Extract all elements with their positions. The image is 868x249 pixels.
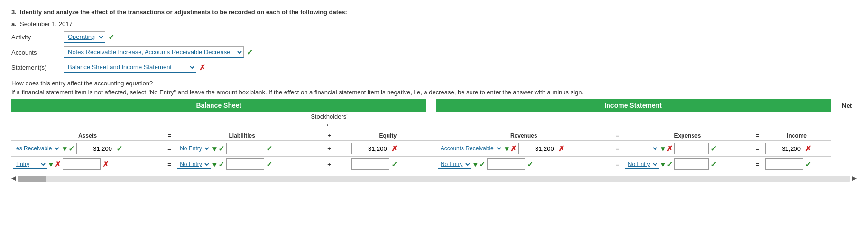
row2-revenue-select[interactable]: No Entry <box>438 160 471 169</box>
instruction-line2: If a financial statement item is not aff… <box>11 89 857 96</box>
assets-subheader: Assets <box>11 131 164 141</box>
row2-expense-dropdown-chevron: ▾ <box>661 160 665 169</box>
statements-select[interactable]: Balance Sheet and Income Statement Balan… <box>64 62 196 73</box>
plus1-subheader: + <box>309 131 350 141</box>
row2-asset-amount-cross: ✗ <box>102 160 109 169</box>
equity-subheader: Equity <box>350 131 426 141</box>
row2-minus: – <box>612 157 623 172</box>
row1-liabilities-cell: No Entry ▾ ✓ ✓ <box>175 141 309 157</box>
row2-expense-select[interactable]: No Entry <box>625 160 659 169</box>
row1-expense-cell: No Entry ▾ ✗ ✓ <box>623 141 752 157</box>
row2-asset-cross: ✗ <box>55 160 61 169</box>
row1-asset-select[interactable]: es Receivable No Entry <box>13 144 61 153</box>
row1-expense-amount[interactable] <box>674 143 709 154</box>
balance-sheet-header: Balance Sheet <box>11 99 426 112</box>
row2-liabilities-check: ✓ <box>218 160 224 169</box>
row1-asset-amount-check: ✓ <box>116 144 122 153</box>
row2-expense-cell: No Entry ▾ ✓ ✓ <box>623 157 752 172</box>
row2-plus1: + <box>309 157 350 172</box>
row1-equals2: = <box>752 141 763 157</box>
row2-net-amount[interactable] <box>765 158 803 170</box>
table-row: es Receivable No Entry ▾ ✓ ✓ = <box>11 141 857 157</box>
row2-liabilities-amount-check: ✓ <box>266 160 272 169</box>
accounts-label: Accounts <box>11 49 64 56</box>
scrollbar-container: ◀ ▶ <box>11 174 857 182</box>
row1-equity-cross: ✗ <box>391 144 397 153</box>
row1-plus1: + <box>309 141 350 157</box>
row2-revenue-cell: No Entry ▾ ✓ ✓ <box>436 157 612 172</box>
activity-check: ✓ <box>108 33 114 42</box>
row1-equals1: = <box>164 141 175 157</box>
table-row: Entry No Entry ▾ ✗ ✗ = No Entry <box>11 157 857 172</box>
statements-row: Statement(s) Balance Sheet and Income St… <box>11 62 857 73</box>
row2-liabilities-select[interactable]: No Entry <box>177 160 211 169</box>
row1-expense-amount-check: ✓ <box>711 144 717 153</box>
row2-expense-amount-check: ✓ <box>711 160 717 169</box>
activity-label: Activity <box>11 34 64 41</box>
row1-asset-amount[interactable] <box>76 143 114 154</box>
part-label: a. <box>11 20 17 28</box>
row1-liabilities-amount-check: ✓ <box>266 144 272 153</box>
statements-dropdown-container: Balance Sheet and Income Statement Balan… <box>64 62 205 73</box>
row1-liabilities-amount[interactable] <box>226 143 264 154</box>
row2-expense-check: ✓ <box>666 160 673 169</box>
net-header: Net <box>831 99 857 112</box>
row2-net-check: ✓ <box>805 160 811 169</box>
expenses-subheader: Expenses <box>623 131 752 141</box>
row2-revenue-dropdown-chevron: ▾ <box>473 160 477 169</box>
row2-expense-amount[interactable] <box>674 158 709 170</box>
activity-select[interactable]: Operating Investing Financing Non-cash <box>64 31 105 43</box>
row1-expense-cross: ✗ <box>666 144 673 153</box>
question-number: 3. Identify and analyze the effect of th… <box>11 9 857 16</box>
revenues-subheader: Revenues <box>436 131 612 141</box>
accounts-row: Accounts Notes Receivable Increase, Acco… <box>11 46 857 58</box>
scroll-right-icon[interactable]: ▶ <box>852 175 857 182</box>
row2-asset-cell: Entry No Entry ▾ ✗ ✗ <box>11 157 164 172</box>
row2-liabilities-amount[interactable] <box>226 158 264 170</box>
row2-revenue-amount-check: ✓ <box>527 160 533 169</box>
row2-equity-amount[interactable] <box>351 158 389 170</box>
scrollbar-track[interactable] <box>18 176 850 182</box>
row1-revenue-amount[interactable] <box>518 143 556 154</box>
row2-liabilities-dropdown-chevron: ▾ <box>212 160 216 169</box>
row2-asset-select[interactable]: Entry No Entry <box>13 160 47 169</box>
row2-asset-dropdown-chevron: ▾ <box>49 160 53 169</box>
row2-net-cell: ✓ <box>763 157 831 172</box>
scroll-left-icon[interactable]: ◀ <box>11 175 16 182</box>
row1-liabilities-check: ✓ <box>218 144 224 153</box>
scrollbar-thumb[interactable] <box>18 176 46 182</box>
row2-equity-check: ✓ <box>391 160 397 169</box>
accounts-select[interactable]: Notes Receivable Increase, Accounts Rece… <box>64 46 244 58</box>
row2-equals1: = <box>164 157 175 172</box>
row1-revenue-cross: ✗ <box>510 144 517 153</box>
row1-revenue-select[interactable]: Accounts Receivable No Entry <box>438 144 503 153</box>
part-date: September 1, 2017 <box>20 20 73 28</box>
row1-liabilities-select[interactable]: No Entry <box>177 144 211 153</box>
arrow-icon: ← <box>325 120 333 129</box>
row1-equity-amount[interactable] <box>351 143 389 154</box>
income-subheader: Income <box>763 131 831 141</box>
equals2-subheader: = <box>752 131 763 141</box>
row2-asset-amount[interactable] <box>63 158 101 170</box>
accounting-table: Balance Sheet Income Statement Net Stock… <box>11 99 857 172</box>
row1-liabilities-dropdown-check: ▾ <box>212 144 216 153</box>
liabilities-subheader: Liabilities <box>175 131 309 141</box>
row1-asset-dropdown-check: ▾ <box>63 144 66 153</box>
row2-liabilities-cell: No Entry ▾ ✓ ✓ <box>175 157 309 172</box>
accounts-dropdown-container: Notes Receivable Increase, Accounts Rece… <box>64 46 253 58</box>
row1-expense-select[interactable]: No Entry <box>625 144 659 153</box>
accounts-check: ✓ <box>247 48 253 57</box>
equals1-subheader: = <box>164 131 175 141</box>
row2-equity-cell: ✓ <box>350 157 426 172</box>
instructions-block: How does this entry affect the accountin… <box>11 80 857 96</box>
row1-asset-check: ✓ <box>68 144 74 153</box>
row2-revenue-amount[interactable] <box>487 158 525 170</box>
row1-net-cross: ✗ <box>805 144 811 153</box>
row2-equals2: = <box>752 157 763 172</box>
activity-row: Activity Operating Investing Financing N… <box>11 31 857 43</box>
row1-net-cell: ✗ <box>763 141 831 157</box>
row1-revenue-amount-cross: ✗ <box>558 144 564 153</box>
row1-expense-dropdown-chevron: ▾ <box>661 144 665 153</box>
row1-net-amount[interactable] <box>765 143 803 154</box>
stockholders-label: Stockholders' <box>311 113 348 120</box>
